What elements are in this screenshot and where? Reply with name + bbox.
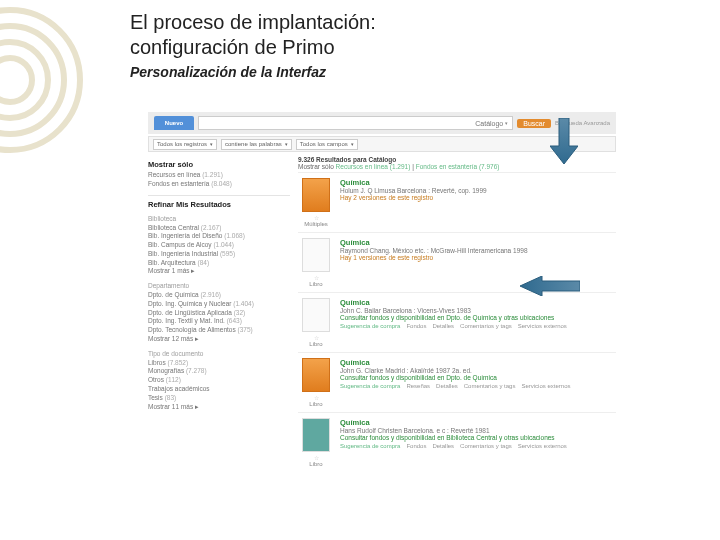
search-button[interactable]: Buscar [517, 119, 551, 128]
action-suggest[interactable]: Sugerencia de compra [340, 443, 400, 449]
svg-point-2 [0, 42, 48, 118]
action-external[interactable]: Servicios externos [518, 323, 567, 329]
result-availability[interactable]: Consultar fondos y disponibilidad en Dpt… [340, 374, 616, 381]
result-item[interactable]: ☆Libro Química John C. Bailar Barcelona … [298, 292, 616, 352]
result-availability[interactable]: Consultar fondos y disponibilidad en Dpt… [340, 314, 616, 321]
item-type: Libro [298, 401, 334, 407]
book-thumb-icon [302, 358, 330, 392]
result-item[interactable]: ☆Libro Química Hans Rudolf Christen Barc… [298, 412, 616, 472]
facet-item[interactable]: Dpto. de Lingüística Aplicada (32) [148, 309, 290, 318]
result-actions: Sugerencia de compraFondosDetallesComent… [340, 443, 616, 449]
facet-more[interactable]: Mostrar 1 más ▸ [148, 267, 290, 276]
result-item[interactable]: ☆Libro Química John G. Clarke Madrid : A… [298, 352, 616, 412]
book-thumb-icon [302, 298, 330, 332]
action-external[interactable]: Servicios externos [518, 443, 567, 449]
item-type: Libro [298, 461, 334, 467]
filter-field[interactable]: Todos los campos [296, 139, 358, 150]
facet-shelf[interactable]: Fondos en estantería (8.048) [148, 180, 290, 189]
results-column: 9.326 Resultados para Catálogo Mostrar s… [298, 156, 616, 472]
action-suggest[interactable]: Sugerencia de compra [340, 383, 400, 389]
primo-screenshot: Nuevo Catálogo ▾ Buscar Búsqueda Avanzad… [148, 112, 616, 412]
facet-item[interactable]: Bib. Ingeniería Industrial (595) [148, 250, 290, 259]
facet-item[interactable]: Monografías (7.278) [148, 367, 290, 376]
facet-item[interactable]: Libros (7.852) [148, 359, 290, 368]
facet-item[interactable]: Dpto. Ing. Textil y Mat. Ind. (643) [148, 317, 290, 326]
filter-contains[interactable]: contiene las palabras [221, 139, 292, 150]
result-actions: Sugerencia de compraReseñasDetallesComen… [340, 383, 616, 389]
facet-item[interactable]: Dpto. Tecnología de Alimentos (375) [148, 326, 290, 335]
result-meta: Hans Rudolf Christen Barcelona. e c : Re… [340, 427, 616, 434]
action-details[interactable]: Detalles [432, 323, 454, 329]
svg-point-0 [0, 10, 80, 150]
result-meta: John C. Bailar Barcelona : Vicens-Vives … [340, 307, 616, 314]
action-comments[interactable]: Comentarios y tags [460, 443, 512, 449]
facet-more[interactable]: Mostrar 12 más ▸ [148, 335, 290, 344]
action-comments[interactable]: Comentarios y tags [460, 323, 512, 329]
result-title[interactable]: Química [340, 238, 616, 247]
facet-group-library: Biblioteca [148, 215, 290, 222]
action-fondos[interactable]: Fondos [406, 443, 426, 449]
filter-link-online[interactable]: Recursos en línea (1.291) [336, 163, 411, 170]
item-type: Múltiples [298, 221, 334, 227]
facet-item[interactable]: Dpto. de Química (2.916) [148, 291, 290, 300]
facets-sidebar: Mostrar sólo Recursos en línea (1.291) F… [148, 156, 290, 472]
result-meta: John G. Clarke Madrid : Akal/rdé 1987 2a… [340, 367, 616, 374]
facet-item[interactable]: Bib. Arquitectura (84) [148, 259, 290, 268]
action-reviews[interactable]: Reseñas [406, 383, 430, 389]
slide-title: El proceso de implantación: configuració… [130, 10, 376, 60]
results-header: 9.326 Resultados para Catálogo Mostrar s… [298, 156, 616, 170]
facet-header-refine: Refinar Mis Resultados [148, 200, 290, 209]
search-bar: Nuevo Catálogo ▾ Buscar Búsqueda Avanzad… [148, 112, 616, 134]
result-availability[interactable]: Hay 2 versiones de este registro [340, 194, 616, 201]
action-details[interactable]: Detalles [436, 383, 458, 389]
filter-records[interactable]: Todos los registros [153, 139, 217, 150]
facet-item[interactable]: Biblioteca Central (2.167) [148, 224, 290, 233]
result-title[interactable]: Química [340, 418, 616, 427]
action-comments[interactable]: Comentarios y tags [464, 383, 516, 389]
svg-point-1 [0, 26, 64, 134]
facet-item[interactable]: Dpto. Ing. Química y Nuclear (1.404) [148, 300, 290, 309]
facet-item[interactable]: Bib. Campus de Alcoy (1.044) [148, 241, 290, 250]
result-item[interactable]: ☆Libro Química Raymond Chang. México etc… [298, 232, 616, 292]
facet-header-showonly: Mostrar sólo [148, 160, 290, 169]
facet-more[interactable]: Mostrar 11 más ▸ [148, 403, 290, 412]
item-type: Libro [298, 341, 334, 347]
scope-dropdown[interactable]: Catálogo [475, 120, 503, 127]
item-type: Libro [298, 281, 334, 287]
svg-point-3 [0, 58, 32, 102]
result-actions: Sugerencia de compraFondosDetallesComent… [340, 323, 616, 329]
facet-item[interactable]: Tesis (83) [148, 394, 290, 403]
search-tab[interactable]: Nuevo [154, 116, 194, 130]
action-external[interactable]: Servicios externos [521, 383, 570, 389]
facet-group-type: Tipo de documento [148, 350, 290, 357]
action-fondos[interactable]: Fondos [406, 323, 426, 329]
result-item[interactable]: ☆Múltiples Química Holum J. Q Limusa Bar… [298, 172, 616, 232]
book-thumb-icon [302, 178, 330, 212]
book-thumb-icon [302, 418, 330, 452]
filter-bar: Todos los registros contiene las palabra… [148, 136, 616, 152]
facet-group-dept: Departamento [148, 282, 290, 289]
facet-item[interactable]: Otros (112) [148, 376, 290, 385]
filter-link-shelf[interactable]: Fondos en estantería (7.976) [416, 163, 500, 170]
slide-subtitle: Personalización de la Interfaz [130, 64, 376, 80]
result-availability[interactable]: Hay 1 versiones de este registro [340, 254, 616, 261]
search-input[interactable]: Catálogo ▾ [198, 116, 513, 130]
action-details[interactable]: Detalles [432, 443, 454, 449]
advanced-search-link[interactable]: Búsqueda Avanzada [555, 120, 610, 126]
result-title[interactable]: Química [340, 298, 616, 307]
result-title[interactable]: Química [340, 178, 616, 187]
facet-item[interactable]: Bib. Ingeniería del Diseño (1.068) [148, 232, 290, 241]
result-meta: Raymond Chang. México etc. : McGraw-Hill… [340, 247, 616, 254]
book-thumb-icon [302, 238, 330, 272]
action-suggest[interactable]: Sugerencia de compra [340, 323, 400, 329]
facet-item[interactable]: Trabajos académicos [148, 385, 290, 394]
decorative-background [0, 0, 130, 540]
result-meta: Holum J. Q Limusa Barcelona : Reverté, c… [340, 187, 616, 194]
result-title[interactable]: Química [340, 358, 616, 367]
result-availability[interactable]: Consultar fondos y disponibilidad en Bib… [340, 434, 616, 441]
facet-online[interactable]: Recursos en línea (1.291) [148, 171, 290, 180]
